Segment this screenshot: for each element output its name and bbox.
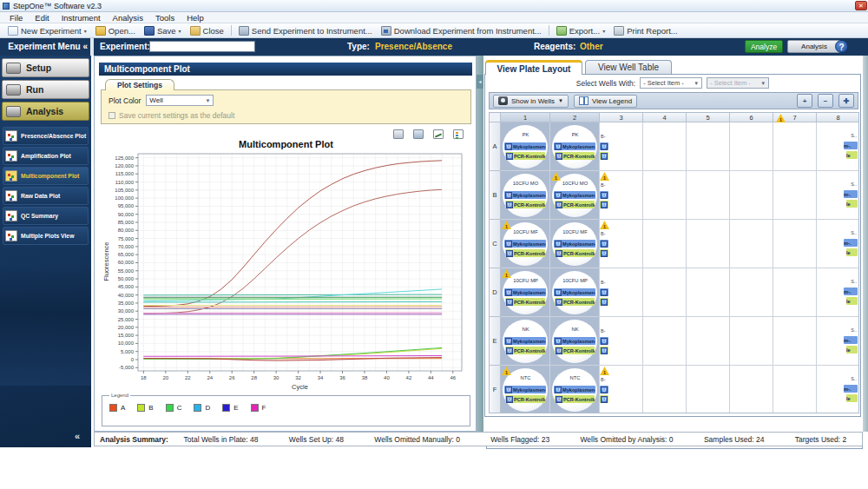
plate-cell-B1[interactable]: 10CFU MOUMykoplasmen-.UPCR-Kontrolle [501, 171, 550, 220]
plate-cell-B5[interactable] [687, 171, 730, 220]
plate-cell-F5[interactable] [687, 366, 730, 413]
plate-cell-D3[interactable]: B-UU [600, 268, 643, 317]
sidebar-item-amplification-plot[interactable]: Amplification Plot [3, 147, 89, 165]
print-plot-icon[interactable] [393, 129, 404, 139]
plate-cell-A3[interactable]: B-UU [600, 122, 643, 171]
save-image-icon[interactable] [413, 129, 424, 139]
row-header-F[interactable]: F [490, 366, 501, 413]
plate-cell-B2[interactable]: 10CFU MOUMykoplasmen-.UPCR-Kontrolle1 [550, 171, 600, 220]
plate-cell-E5[interactable] [687, 317, 730, 366]
plate-cell-F1[interactable]: NTCUMykoplasmen-.UPCR-Kontrolle1 [501, 366, 550, 413]
plate-cell-A6[interactable] [730, 122, 773, 171]
plate-cell-C2[interactable]: 10CFU MFUMykoplasmen-.UPCR-Kontrolle [550, 220, 600, 268]
plate-cell-F3[interactable]: B-UU1 [600, 366, 643, 413]
plate-cell-D5[interactable] [687, 268, 730, 317]
sidebar-section-analysis[interactable]: Analysis [2, 102, 89, 121]
plate-cell-F7[interactable] [773, 366, 817, 413]
close-button[interactable]: Close [186, 25, 228, 36]
column-header-5[interactable]: 5 [687, 113, 730, 122]
column-header-1[interactable]: 1 [501, 113, 550, 122]
tab-view-well-table[interactable]: View Well Table [585, 60, 672, 75]
plate-cell-F2[interactable]: NTCUMykoplasmen-.UPCR-Kontrolle [550, 366, 600, 413]
plate-cell-A5[interactable] [687, 122, 730, 171]
row-header-E[interactable]: E [490, 317, 501, 366]
menu-item-edit[interactable]: Edit [29, 13, 55, 23]
plate-cell-B6[interactable] [730, 171, 773, 220]
analyze-button[interactable]: Analyze [745, 40, 783, 53]
column-header-6[interactable]: 6 [730, 113, 773, 122]
experiment-menu-title[interactable]: Experiment Menu « [0, 38, 88, 56]
view-legend-button[interactable]: View Legend [574, 95, 637, 108]
print-report-button[interactable]: Print Report... [609, 25, 682, 36]
plate-cell-E7[interactable] [773, 317, 817, 366]
analysis-settings-button[interactable]: Analysis Settings [787, 40, 841, 53]
column-header-3[interactable]: 3 [600, 113, 643, 122]
close-window-button[interactable]: ✕ [855, 1, 867, 10]
save-default-checkbox[interactable] [108, 112, 115, 119]
new-experiment-button[interactable]: New Experiment▾ [3, 25, 91, 36]
plate-cell-E1[interactable]: NKUMykoplasmen-.UPCR-Kontrolle [501, 317, 550, 366]
plate-cell-D6[interactable] [730, 268, 773, 317]
plate-cell-E2[interactable]: NKUMykoplasmen-.UPCR-Kontrolle [550, 317, 600, 366]
help-icon[interactable]: ? [835, 40, 848, 53]
plate-cell-E3[interactable]: B-UU [600, 317, 643, 366]
menu-item-tools[interactable]: Tools [149, 13, 181, 23]
plate-cell-D2[interactable]: 10CFU MPUMykoplasmen-.UPCR-Kontrolle [550, 268, 600, 317]
row-header-B[interactable]: B [490, 171, 501, 220]
plate-cell-A7[interactable] [773, 122, 817, 171]
row-header-C[interactable]: C [490, 220, 501, 268]
plate-cell-A2[interactable]: PKUMykoplasmen-.UPCR-Kontrolle [550, 122, 600, 171]
panel-splitter[interactable]: ◂ [477, 56, 483, 432]
open-button[interactable]: Open... [91, 25, 140, 36]
menu-item-help[interactable]: Help [181, 13, 210, 23]
send-experiment-to-instrument-button[interactable]: Send Experiment to Instrument... [234, 25, 377, 36]
plate-cell-A4[interactable] [643, 122, 687, 171]
plate-cell-D7[interactable] [773, 268, 817, 317]
row-header-D[interactable]: D [490, 268, 501, 317]
plot-settings-tab[interactable]: Plot Settings [105, 79, 174, 90]
zoom-out-plate-button[interactable]: − [818, 94, 833, 108]
sidebar-collapse-icon[interactable]: « [75, 431, 80, 441]
plate-cell-B4[interactable] [643, 171, 687, 220]
menu-item-analysis[interactable]: Analysis [107, 13, 149, 23]
plate-cell-C6[interactable] [730, 220, 773, 268]
sidebar-item-qc-summary[interactable]: QC Summary [3, 207, 89, 225]
export-button[interactable]: Export...▾ [552, 25, 609, 36]
sidebar-item-presence-absence-plot[interactable]: Presence/Absence Plot [3, 127, 89, 145]
menu-item-instrument[interactable]: Instrument [56, 13, 107, 23]
plate-cell-C3[interactable]: B-UU1 [600, 220, 643, 268]
column-header-2[interactable]: 2 [550, 113, 600, 122]
plate-cell-C5[interactable] [687, 220, 730, 268]
zoom-in-plate-button[interactable]: + [797, 94, 812, 108]
plate-cell-F6[interactable] [730, 366, 773, 413]
sidebar-section-run[interactable]: Run [2, 80, 89, 99]
plate-cell-E4[interactable] [643, 317, 687, 366]
download-experiment-from-instrument-button[interactable]: Download Experiment from Instrument... [377, 25, 546, 36]
select-wells-dropdown-1[interactable]: - Select Item - ▼ [640, 77, 702, 89]
plate-cell-C4[interactable] [643, 220, 687, 268]
row-header-A[interactable]: A [490, 122, 501, 171]
plate-cell-B7[interactable] [773, 171, 817, 220]
experiment-name-input[interactable] [149, 41, 255, 52]
plate-cell-C7[interactable] [773, 220, 817, 268]
plot-color-select[interactable]: Well ▼ [146, 95, 214, 106]
select-wells-dropdown-2[interactable]: - Select Item - ▼ [707, 77, 769, 89]
show-legend-icon[interactable] [453, 129, 464, 139]
plate-cell-D1[interactable]: 10CFU MPUMykoplasmen-.UPCR-Kontrolle1 [501, 268, 550, 317]
plate-cell-C1[interactable]: 10CFU MFUMykoplasmen-.UPCR-Kontrolle1 [501, 220, 550, 268]
menu-item-file[interactable]: File [3, 13, 29, 23]
column-header-8[interactable]: 8 [817, 113, 859, 122]
plate-cell-D4[interactable] [643, 268, 687, 317]
tab-view-plate-layout[interactable]: View Plate Layout [485, 60, 582, 75]
splitter-collapse-button[interactable]: ◂ [477, 75, 483, 89]
sidebar-section-setup[interactable]: Setup [2, 58, 89, 77]
plate-cell-E6[interactable] [730, 317, 773, 366]
fit-plate-button[interactable]: ✚ [838, 94, 854, 108]
plate-cell-B3[interactable]: B-UU1 [600, 171, 643, 220]
sidebar-item-raw-data-plot[interactable]: Raw Data Plot [3, 187, 89, 205]
column-header-4[interactable]: 4 [643, 113, 687, 122]
sidebar-item-multiple-plots-view[interactable]: Multiple Plots View [3, 227, 89, 245]
plate-cell-F4[interactable] [643, 366, 687, 413]
plot-properties-icon[interactable] [433, 129, 444, 139]
plate-cell-A1[interactable]: PKUMykoplasmen-.UPCR-Kontrolle [501, 122, 550, 171]
